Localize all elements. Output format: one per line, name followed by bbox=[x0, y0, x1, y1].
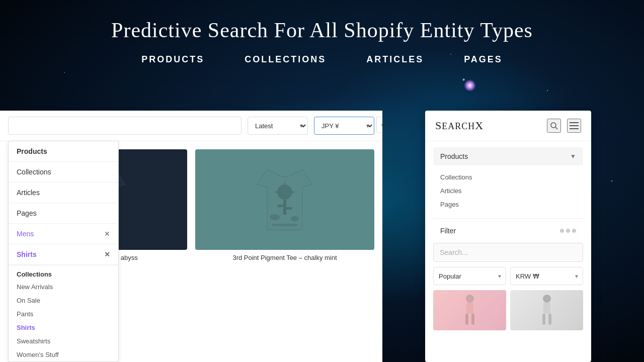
svg-point-21 bbox=[551, 123, 556, 128]
accordion-products-label: Products bbox=[440, 152, 468, 160]
panel-chevron-button[interactable]: › bbox=[376, 117, 382, 133]
searchx-sort-select[interactable]: Popular bbox=[433, 267, 506, 285]
dropdown-products[interactable]: Products bbox=[9, 141, 118, 162]
dropdown-overlay: Products Collections Articles Pages Mens… bbox=[8, 141, 119, 362]
figure-2-svg bbox=[534, 293, 559, 328]
nav-pages[interactable]: PAGES bbox=[464, 54, 503, 65]
svg-point-19 bbox=[291, 216, 299, 221]
filter-section-label: Filter bbox=[440, 227, 456, 235]
tshirt-2-svg bbox=[252, 159, 317, 240]
nav-collections[interactable]: COLLECTIONS bbox=[245, 54, 326, 65]
filter-dot-3 bbox=[572, 229, 576, 233]
searchx-search-button[interactable] bbox=[547, 119, 561, 133]
svg-rect-31 bbox=[543, 303, 550, 314]
dropdown-articles[interactable]: Articles bbox=[9, 183, 118, 203]
menu-icon bbox=[570, 122, 579, 129]
svg-rect-23 bbox=[570, 122, 579, 123]
dropdown-pages[interactable]: Pages bbox=[9, 203, 118, 224]
svg-point-30 bbox=[543, 295, 551, 303]
dropdown-shirts-collection[interactable]: Shirts bbox=[9, 321, 118, 334]
accordion-products: Products ▼ bbox=[433, 147, 583, 165]
search-icon bbox=[550, 122, 558, 130]
dropdown-shirts-filter[interactable]: Shirts ✕ bbox=[9, 244, 118, 265]
hero-nav: PRODUCTS COLLECTIONS ARTICLES PAGES bbox=[0, 54, 644, 65]
sort-select-wrapper: Latest ▼ bbox=[248, 117, 308, 135]
svg-point-10 bbox=[277, 185, 292, 200]
star-glow bbox=[464, 79, 476, 92]
product-thumb-2[interactable] bbox=[510, 290, 583, 330]
dropdown-collections[interactable]: Collections bbox=[9, 162, 118, 183]
nav-products[interactable]: PRODUCTS bbox=[141, 54, 204, 65]
searchx-menu-button[interactable] bbox=[567, 119, 581, 133]
filter-dot-2 bbox=[566, 229, 570, 233]
filter-search-input[interactable] bbox=[8, 117, 242, 135]
main-area: Latest ▼ JPY ¥ ▼ › Products Collections … bbox=[0, 111, 644, 362]
nav-articles[interactable]: ARTICLES bbox=[366, 54, 424, 65]
product-name-2: 3rd Point Pigment Tee – chalky mint bbox=[195, 254, 374, 261]
accordion-chevron-down-icon: ▼ bbox=[570, 153, 576, 160]
figure-1-svg bbox=[457, 293, 482, 328]
dropdown-womens-stuff[interactable]: Women's Stuff bbox=[9, 348, 118, 361]
searchx-currency-select[interactable]: KRW ₩ bbox=[510, 267, 583, 285]
dropdown-mens-filter[interactable]: Mens ✕ bbox=[9, 224, 118, 244]
searchx-icons bbox=[547, 119, 581, 133]
product-thumbnails bbox=[433, 290, 583, 330]
mens-close-icon[interactable]: ✕ bbox=[104, 230, 110, 238]
searchx-body: Products ▼ Collections Articles Pages Fi… bbox=[425, 141, 591, 336]
shirts-close-icon[interactable]: ✕ bbox=[104, 250, 110, 258]
svg-rect-29 bbox=[471, 314, 474, 325]
dropdown-pants[interactable]: Pants bbox=[9, 307, 118, 321]
svg-rect-27 bbox=[466, 303, 473, 314]
sub-articles[interactable]: Articles bbox=[440, 184, 576, 198]
dropdown-new-arrivals[interactable]: New Arrivals bbox=[9, 280, 118, 294]
svg-rect-33 bbox=[548, 314, 551, 325]
svg-rect-24 bbox=[570, 125, 579, 126]
searchx-x: X bbox=[475, 119, 484, 132]
searchx-logo-text: SEARCHX bbox=[435, 119, 484, 132]
left-panel: Latest ▼ JPY ¥ ▼ › Products Collections … bbox=[0, 111, 382, 362]
dropdown-on-sale[interactable]: On Sale bbox=[9, 294, 118, 307]
svg-rect-17 bbox=[286, 207, 292, 210]
svg-rect-28 bbox=[465, 314, 468, 325]
hero-section: Predictive Search For All Shopify Entity… bbox=[0, 0, 644, 65]
sub-pages[interactable]: Pages bbox=[440, 198, 576, 211]
svg-point-18 bbox=[270, 214, 280, 220]
svg-rect-15 bbox=[283, 200, 286, 215]
svg-rect-25 bbox=[570, 128, 579, 129]
searchx-input-wrap bbox=[433, 243, 583, 262]
filter-section: Filter bbox=[433, 223, 583, 239]
product-thumb-1[interactable] bbox=[433, 290, 506, 330]
sort-select-wrap: Popular ▼ bbox=[433, 267, 506, 285]
filter-dots bbox=[560, 229, 576, 233]
svg-line-22 bbox=[555, 127, 557, 129]
svg-rect-20 bbox=[272, 224, 297, 226]
searchx-search-input[interactable] bbox=[433, 243, 583, 262]
hero-title: Predictive Search For All Shopify Entity… bbox=[0, 18, 644, 42]
divider-1 bbox=[433, 218, 583, 219]
dropdown-collections-header: Collections bbox=[9, 265, 118, 280]
right-panel: SEARCHX bbox=[382, 111, 644, 362]
currency-select-wrapper: JPY ¥ ▼ bbox=[314, 117, 374, 135]
accordion-products-header[interactable]: Products ▼ bbox=[433, 147, 583, 165]
searchx-widget: SEARCHX bbox=[425, 111, 591, 362]
svg-point-26 bbox=[466, 295, 474, 303]
currency-select-wrap: KRW ₩ ▼ bbox=[510, 267, 583, 285]
currency-select[interactable]: JPY ¥ bbox=[314, 117, 374, 135]
filter-bar: Latest ▼ JPY ¥ ▼ › bbox=[0, 111, 382, 141]
accordion-sub-items: Collections Articles Pages bbox=[433, 167, 583, 214]
dropdown-sweatshirts[interactable]: Sweatshirts bbox=[9, 334, 118, 348]
product-image-2 bbox=[195, 149, 374, 250]
filter-dot-1 bbox=[560, 229, 564, 233]
sub-collections[interactable]: Collections bbox=[440, 170, 576, 184]
product-card-2[interactable]: 3rd Point Pigment Tee – chalky mint bbox=[195, 149, 374, 270]
svg-rect-16 bbox=[277, 205, 283, 207]
searchx-logo: SEARCHX bbox=[435, 119, 484, 132]
searchx-filters-row: Popular ▼ KRW ₩ ▼ bbox=[433, 267, 583, 285]
sort-select[interactable]: Latest bbox=[248, 117, 308, 135]
svg-rect-32 bbox=[542, 314, 545, 325]
searchx-header: SEARCHX bbox=[425, 111, 591, 141]
